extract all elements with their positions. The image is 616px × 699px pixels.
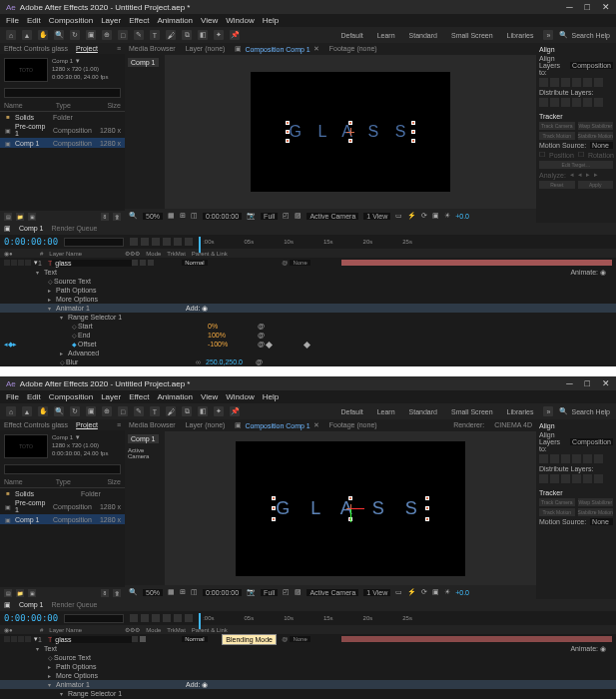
solo-toggle-icon[interactable] (18, 636, 24, 642)
menu-animation[interactable]: Animation (157, 16, 193, 25)
trash-icon[interactable]: 🗑 (113, 213, 121, 221)
x-axis-icon[interactable] (350, 508, 364, 509)
eraser-tool-icon[interactable]: ◧ (198, 30, 208, 40)
stabilize-motion-button[interactable]: Stabilize Motion (578, 132, 614, 140)
puppet-tool-icon[interactable]: 📌 (230, 406, 240, 416)
shy-icon[interactable] (152, 238, 160, 246)
exposure-icon[interactable]: ☀ (444, 212, 450, 220)
puppet-tool-icon[interactable]: 📌 (230, 30, 240, 40)
camera-dropdown[interactable]: Active Camera (307, 589, 358, 596)
align-vcenter-icon[interactable] (583, 454, 592, 463)
prop-offset[interactable]: Offset (78, 341, 208, 348)
mode-header[interactable]: Mode (146, 627, 161, 633)
resolution-dropdown[interactable]: Full (261, 213, 278, 220)
resolution-dropdown[interactable]: Full (261, 589, 278, 596)
composition-viewport[interactable]: G L A S S (236, 441, 465, 576)
align-right-icon[interactable] (561, 78, 570, 87)
menu-edit[interactable]: Edit (27, 392, 41, 401)
workspace-more-icon[interactable]: » (543, 406, 553, 416)
motion-blur-icon[interactable] (174, 614, 182, 622)
maximize-button[interactable]: □ (585, 378, 590, 388)
parent-dropdown[interactable]: None (290, 260, 309, 266)
twirl-icon[interactable]: ▾ (60, 314, 68, 321)
shape-tool-icon[interactable]: □ (118, 30, 128, 40)
bpc-icon[interactable]: 8 (101, 213, 109, 221)
menu-help[interactable]: Help (263, 16, 279, 25)
mask-icon[interactable]: ◫ (191, 212, 198, 220)
comp-chip[interactable]: Comp 1 (128, 434, 159, 443)
align-top-icon[interactable] (572, 78, 581, 87)
project-item-comp1[interactable]: ▣ Comp 1 Composition 1280 x (0, 514, 125, 524)
menu-file[interactable]: File (6, 16, 19, 25)
align-bottom-icon[interactable] (594, 78, 603, 87)
snapshot-icon[interactable]: 📷 (247, 588, 256, 596)
tab-render-queue[interactable]: Render Queue (52, 225, 98, 233)
menu-layer[interactable]: Layer (101, 392, 121, 401)
current-time[interactable]: 0:00:00:00 (203, 213, 242, 220)
comp-thumbnail[interactable]: TOTO (4, 434, 48, 458)
viewport-area[interactable]: G L A S S (165, 431, 536, 585)
close-icon[interactable]: ✕ (313, 421, 319, 429)
exposure-value[interactable]: +0.0 (455, 213, 469, 220)
stabilize-motion-button[interactable]: Stabilize Motion (578, 508, 614, 516)
project-item-precomp[interactable]: ▣ Pre-comp 1 Composition 1280 x (0, 498, 125, 514)
viewport-area[interactable]: G L A S S (165, 55, 536, 209)
distribute-icon[interactable] (572, 474, 581, 483)
blend-mode-dropdown[interactable]: Normal (182, 636, 207, 642)
new-folder-icon[interactable]: 📁 (16, 213, 24, 221)
col-size[interactable]: Size (107, 478, 121, 485)
align-right-icon[interactable] (561, 454, 570, 463)
motion-source-dropdown[interactable]: None (590, 518, 613, 525)
project-item-comp1[interactable]: ▣ Comp 1 Composition 1280 x (0, 138, 125, 148)
clone-tool-icon[interactable]: ⧉ (182, 406, 192, 416)
handle-icon[interactable] (286, 130, 290, 134)
minimize-button[interactable]: ─ (566, 2, 572, 12)
close-icon[interactable]: ✕ (313, 45, 319, 53)
camera-tool-icon[interactable]: ▣ (86, 30, 96, 40)
keyframe-icon[interactable] (304, 341, 310, 348)
panel-menu-icon[interactable]: ≡ (117, 421, 121, 428)
menu-effect[interactable]: Effect (129, 392, 149, 401)
tab-effect-controls[interactable]: Effect Controls glass (4, 45, 68, 52)
zoom-tool-icon[interactable]: 🔍 (54, 406, 64, 416)
align-top-icon[interactable] (572, 454, 581, 463)
search-help[interactable]: 🔍Search Help (559, 31, 610, 39)
motion-blur-icon[interactable] (174, 238, 182, 246)
menu-animation[interactable]: Animation (157, 392, 193, 401)
col-size[interactable]: Size (107, 102, 121, 109)
flowchart-button-icon[interactable]: ▣ (432, 212, 439, 220)
prop-end-value[interactable]: 100% (208, 332, 258, 339)
layer-name-header[interactable]: Layer Name (49, 251, 119, 257)
animate-add-icon[interactable]: ◉ (600, 269, 606, 276)
twirl-icon[interactable]: ▾ (48, 305, 56, 312)
blend-mode-dropdown[interactable]: Normal (182, 260, 207, 266)
tab-media-browser[interactable]: Media Browser (129, 45, 176, 53)
handle-icon[interactable] (411, 121, 415, 125)
pixel-aspect-icon[interactable]: ▭ (395, 588, 402, 596)
minimize-button[interactable]: ─ (566, 378, 572, 388)
switch-icon[interactable] (148, 260, 154, 266)
current-time-display[interactable]: 0:00:00:00 (4, 237, 58, 247)
lock-toggle-icon[interactable] (25, 636, 31, 642)
menu-view[interactable]: View (201, 392, 218, 401)
grid-icon[interactable]: ⊞ (180, 212, 186, 220)
workspace-libraries[interactable]: Libraries (503, 32, 538, 39)
prop-blur[interactable]: Blur (66, 358, 196, 365)
pickwhip-icon[interactable]: @ (282, 260, 288, 266)
prop-more-options[interactable]: More Options (56, 672, 186, 679)
layer-row-glass[interactable]: ▾ 1 T glass Normal @None (0, 258, 616, 268)
project-item-solids[interactable]: ■ Solids Folder (0, 488, 125, 498)
project-item-precomp[interactable]: ▣ Pre-comp 1 Composition 1280 x (0, 122, 125, 138)
layer-bar[interactable] (341, 636, 612, 642)
comp-chip[interactable]: Comp 1 (128, 58, 159, 67)
workspace-default[interactable]: Default (336, 408, 366, 415)
selection-tool-icon[interactable]: ▲ (22, 406, 32, 416)
motion-source-dropdown[interactable]: None (590, 142, 613, 149)
project-item-solids[interactable]: ■ Solids Folder (0, 112, 125, 122)
prop-range-selector[interactable]: Range Selector 1 (68, 314, 198, 321)
tab-media-browser[interactable]: Media Browser (129, 421, 176, 429)
transparency-icon[interactable]: ▨ (295, 588, 302, 596)
menu-file[interactable]: File (6, 392, 19, 401)
layer-name-header[interactable]: Layer Name (49, 627, 119, 633)
distribute-icon[interactable] (572, 98, 581, 107)
